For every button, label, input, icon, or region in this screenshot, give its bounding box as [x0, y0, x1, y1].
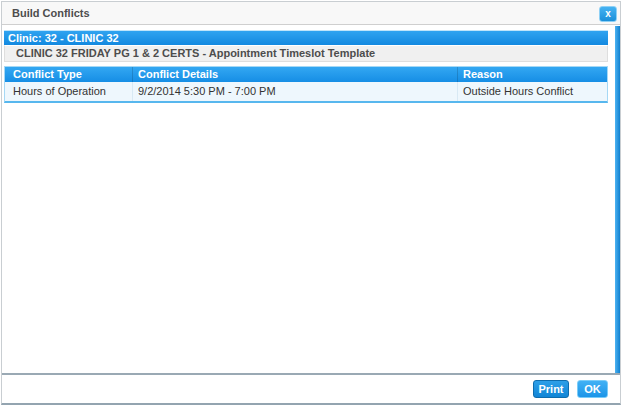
template-subheader-bar: CLINIC 32 FRIDAY PG 1 & 2 CERTS - Appoin… [4, 45, 608, 62]
dialog-footer: Print OK [2, 373, 620, 403]
column-header-reason: Reason [457, 67, 607, 82]
table-header-row: Conflict Type Conflict Details Reason [5, 67, 607, 82]
cell-reason: Outside Hours Conflict [457, 82, 607, 101]
column-header-conflict-type: Conflict Type [5, 67, 132, 82]
conflicts-table: Conflict Type Conflict Details Reason Ho… [4, 66, 608, 103]
clinic-header-bar: Clinic: 32 - CLINIC 32 [4, 30, 608, 45]
cell-conflict-details: 9/2/2014 5:30 PM - 7:00 PM [132, 82, 457, 101]
dialog-title: Build Conflicts [2, 2, 90, 25]
column-header-conflict-details: Conflict Details [132, 67, 457, 82]
close-button[interactable]: x [599, 6, 617, 22]
right-accent-strip [615, 26, 620, 403]
dialog-titlebar: Build Conflicts x [2, 2, 620, 25]
close-icon: x [605, 8, 611, 19]
build-conflicts-dialog: Build Conflicts x Clinic: 32 - CLINIC 32… [1, 1, 621, 405]
cell-conflict-type: Hours of Operation [5, 82, 132, 101]
dialog-content: Clinic: 32 - CLINIC 32 CLINIC 32 FRIDAY … [4, 30, 608, 103]
ok-button[interactable]: OK [577, 380, 608, 398]
print-button[interactable]: Print [533, 380, 569, 398]
table-row[interactable]: Hours of Operation 9/2/2014 5:30 PM - 7:… [5, 82, 607, 101]
